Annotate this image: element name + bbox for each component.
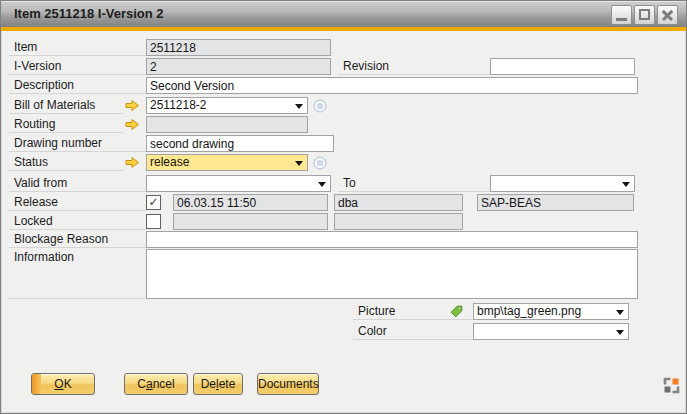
dialog-window: Item 2511218 I-Version 2 Item I-Version … xyxy=(0,0,687,414)
revision-field[interactable] xyxy=(490,58,635,75)
minimize-icon xyxy=(616,18,627,21)
valid-from-dropdown[interactable] xyxy=(146,175,331,192)
blockage-reason-label: Blockage Reason xyxy=(9,231,146,248)
drawing-number-field[interactable] xyxy=(146,135,334,152)
bom-label: Bill of Materials xyxy=(9,97,123,114)
revision-label: Revision xyxy=(338,58,490,75)
item-field xyxy=(146,39,331,56)
bom-memo-icon[interactable] xyxy=(313,99,327,113)
routing-link-arrow-icon[interactable] xyxy=(125,118,140,131)
dropdown-arrow-icon xyxy=(622,182,630,187)
close-button[interactable] xyxy=(657,5,678,25)
titlebar[interactable]: Item 2511218 I-Version 2 xyxy=(1,1,686,27)
status-value: release xyxy=(150,155,291,170)
status-label: Status xyxy=(9,154,123,171)
routing-label: Routing xyxy=(9,116,123,133)
dropdown-arrow-icon xyxy=(295,161,303,166)
color-dropdown[interactable] xyxy=(473,323,629,340)
cancel-button[interactable]: Cancel xyxy=(124,373,188,395)
valid-to-dropdown[interactable] xyxy=(490,175,635,192)
release-system-field xyxy=(477,194,634,211)
description-label: Description xyxy=(9,77,146,94)
status-dropdown[interactable]: release xyxy=(146,154,308,171)
release-label: Release xyxy=(9,194,146,211)
release-user-field xyxy=(334,194,463,211)
information-textarea[interactable] xyxy=(146,249,638,299)
status-memo-icon[interactable] xyxy=(313,156,327,170)
item-label: Item xyxy=(9,39,146,56)
locked-label: Locked xyxy=(9,213,146,230)
information-label: Information xyxy=(9,249,146,299)
locked-checkbox[interactable] xyxy=(146,214,161,229)
dropdown-arrow-icon xyxy=(318,182,326,187)
maximize-button[interactable] xyxy=(634,5,655,25)
documents-button[interactable]: Documents xyxy=(257,373,319,395)
maximize-icon xyxy=(639,9,650,20)
minimize-button[interactable] xyxy=(611,5,632,25)
accent-bar xyxy=(1,27,686,31)
valid-to-label: To xyxy=(338,175,490,192)
drawing-number-label: Drawing number xyxy=(9,135,146,152)
delete-label: De xyxy=(201,377,216,391)
status-link-arrow-icon[interactable] xyxy=(125,156,140,169)
routing-field xyxy=(146,116,308,133)
bom-value: 2511218-2 xyxy=(150,98,291,113)
iversion-field xyxy=(146,58,331,75)
color-label: Color xyxy=(353,323,473,340)
description-field[interactable] xyxy=(146,77,638,94)
picture-value: bmp\tag_green.png xyxy=(477,304,612,319)
iversion-label: I-Version xyxy=(9,58,146,75)
release-checkbox[interactable]: ✓ xyxy=(146,195,161,210)
ok-button[interactable]: OK xyxy=(31,373,95,395)
locked-field-1 xyxy=(173,213,328,230)
resize-grip-icon[interactable] xyxy=(663,377,680,394)
blockage-reason-field[interactable] xyxy=(146,231,638,248)
locked-field-2 xyxy=(334,213,463,230)
dropdown-arrow-icon xyxy=(295,104,303,109)
window-title: Item 2511218 I-Version 2 xyxy=(14,6,164,21)
release-datetime-field xyxy=(173,194,328,211)
valid-from-label: Valid from xyxy=(9,175,146,192)
cancel-label: C xyxy=(137,377,146,391)
bom-link-arrow-icon[interactable] xyxy=(125,99,140,112)
delete-button[interactable]: Delete xyxy=(193,373,243,395)
green-tag-icon xyxy=(449,304,464,319)
bom-dropdown[interactable]: 2511218-2 xyxy=(146,97,308,114)
picture-dropdown[interactable]: bmp\tag_green.png xyxy=(473,303,629,320)
dropdown-arrow-icon xyxy=(616,330,624,335)
dropdown-arrow-icon xyxy=(616,310,624,315)
